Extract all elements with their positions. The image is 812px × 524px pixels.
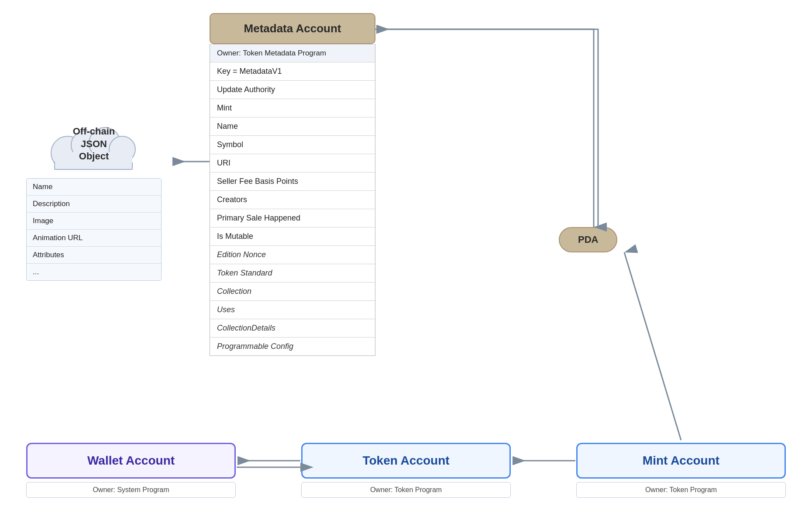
mint-account-owner: Owner: Token Program [576,482,786,498]
offchain-field-5: ... [27,264,161,280]
wallet-account-owner: Owner: System Program [26,482,236,498]
metadata-field-3: Mint [210,99,375,117]
metadata-field-16: Programmable Config [210,338,375,355]
wallet-account-box: Wallet Account [26,443,236,479]
token-account-wrap: Token Account Owner: Token Program [301,443,511,498]
offchain-field-0: Name [27,179,161,196]
metadata-field-1: Key = MetadataV1 [210,62,375,81]
token-account-box: Token Account [301,443,511,479]
metadata-account: Metadata Account Owner: Token Metadata P… [210,13,375,356]
metadata-field-7: Seller Fee Basis Points [210,172,375,191]
mint-to-pda-arrow [624,252,681,440]
offchain-field-2: Image [27,213,161,230]
wallet-account-wrap: Wallet Account Owner: System Program [26,443,236,498]
metadata-field-10: Is Mutable [210,228,375,246]
metadata-field-5: Symbol [210,136,375,154]
metadata-field-12: Token Standard [210,264,375,283]
offchain-title: Off-chainJSON Object [68,125,120,163]
metadata-field-6: URI [210,154,375,172]
mint-account-wrap: Mint Account Owner: Token Program [576,443,786,498]
metadata-field-0: Owner: Token Metadata Program [210,44,375,62]
metadata-field-9: Primary Sale Happened [210,209,375,228]
bottom-accounts: Wallet Account Owner: System Program Tok… [26,443,786,498]
metadata-field-11: Edition Nonce [210,246,375,264]
offchain-field-3: Animation URL [27,230,161,247]
metadata-to-pda-arrow [375,29,594,227]
pda-box: PDA [559,227,617,252]
offchain-field-4: Attributes [27,247,161,264]
metadata-account-title: Metadata Account [210,13,375,44]
offchain-container: Off-chainJSON Object NameDescriptionImag… [26,114,162,281]
metadata-field-14: Uses [210,301,375,319]
metadata-field-13: Collection [210,283,375,301]
token-account-owner: Owner: Token Program [301,482,511,498]
metadata-field-8: Creators [210,191,375,209]
mint-account-box: Mint Account [576,443,786,479]
metadata-field-2: Update Authority [210,81,375,99]
metadata-fields: Owner: Token Metadata ProgramKey = Metad… [210,44,375,356]
offchain-field-1: Description [27,196,161,213]
offchain-fields: NameDescriptionImageAnimation URLAttribu… [26,178,162,281]
cloud-shape: Off-chainJSON Object [41,114,146,175]
pda-to-metadata-arrow [376,29,598,226]
metadata-field-15: CollectionDetails [210,319,375,338]
metadata-field-4: Name [210,117,375,136]
